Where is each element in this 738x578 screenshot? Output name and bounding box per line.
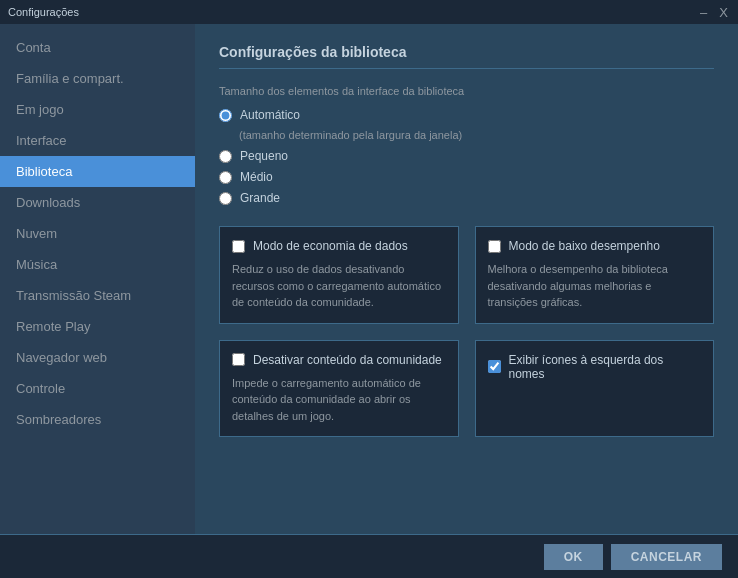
option-card-economia-dados: Modo de economia de dadosReduz o uso de … [219, 226, 459, 324]
option-header-desativar-comunidade: Desativar conteúdo da comunidade [232, 353, 446, 367]
radio-input-pequeno[interactable] [219, 150, 232, 163]
option-checkbox-exibir-icones[interactable] [488, 360, 501, 373]
minimize-button[interactable]: – [698, 6, 709, 19]
sidebar-item-downloads[interactable]: Downloads [0, 187, 195, 218]
section-title: Configurações da biblioteca [219, 44, 714, 69]
option-title-exibir-icones: Exibir ícones à esquerda dos nomes [509, 353, 702, 381]
radio-label-medio: Médio [240, 169, 273, 186]
sidebar-item-transmissao[interactable]: Transmissão Steam [0, 280, 195, 311]
sidebar-item-musica[interactable]: Música [0, 249, 195, 280]
sidebar-item-interface[interactable]: Interface [0, 125, 195, 156]
option-title-desativar-comunidade: Desativar conteúdo da comunidade [253, 353, 442, 367]
option-header-exibir-icones: Exibir ícones à esquerda dos nomes [488, 353, 702, 381]
sidebar-item-remote-play[interactable]: Remote Play [0, 311, 195, 342]
radio-row-grande: Grande [219, 190, 714, 207]
sidebar: ContaFamília e compart.Em jogoInterfaceB… [0, 24, 195, 534]
option-title-baixo-desempenho: Modo de baixo desempenho [509, 239, 660, 253]
option-checkbox-economia-dados[interactable] [232, 240, 245, 253]
option-title-economia-dados: Modo de economia de dados [253, 239, 408, 253]
options-grid: Modo de economia de dadosReduz o uso de … [219, 226, 714, 437]
option-card-baixo-desempenho: Modo de baixo desempenhoMelhora o desemp… [475, 226, 715, 324]
sidebar-item-sombreadores[interactable]: Sombreadores [0, 404, 195, 435]
radio-option-medio: Médio [219, 169, 714, 186]
title-bar-controls: – X [698, 6, 730, 19]
sidebar-item-familia[interactable]: Família e compart. [0, 63, 195, 94]
radio-input-medio[interactable] [219, 171, 232, 184]
radio-row-automatico: Automático [219, 107, 714, 124]
radio-input-grande[interactable] [219, 192, 232, 205]
title-bar: Configurações – X [0, 0, 738, 24]
close-button[interactable]: X [717, 6, 730, 19]
cancel-button[interactable]: CANCELAR [611, 544, 722, 570]
sidebar-item-biblioteca[interactable]: Biblioteca [0, 156, 195, 187]
main-panel: Configurações da biblioteca Tamanho dos … [195, 24, 738, 534]
option-checkbox-desativar-comunidade[interactable] [232, 353, 245, 366]
radio-label-grande: Grande [240, 190, 280, 207]
sidebar-item-controle[interactable]: Controle [0, 373, 195, 404]
option-header-baixo-desempenho: Modo de baixo desempenho [488, 239, 702, 253]
window-title: Configurações [8, 6, 79, 18]
radio-row-medio: Médio [219, 169, 714, 186]
option-desc-baixo-desempenho: Melhora o desempenho da biblioteca desat… [488, 261, 702, 311]
size-radio-group: Automático(tamanho determinado pela larg… [219, 107, 714, 206]
option-desc-desativar-comunidade: Impede o carregamento automático de cont… [232, 375, 446, 425]
option-card-exibir-icones: Exibir ícones à esquerda dos nomes [475, 340, 715, 438]
size-label: Tamanho dos elementos da interface da bi… [219, 85, 714, 97]
radio-label-automatico: Automático [240, 107, 300, 124]
bottom-bar: OK CANCELAR [0, 534, 738, 578]
sidebar-item-em-jogo[interactable]: Em jogo [0, 94, 195, 125]
option-checkbox-baixo-desempenho[interactable] [488, 240, 501, 253]
content-area: ContaFamília e compart.Em jogoInterfaceB… [0, 24, 738, 534]
radio-row-pequeno: Pequeno [219, 148, 714, 165]
sidebar-item-conta[interactable]: Conta [0, 32, 195, 63]
option-desc-economia-dados: Reduz o uso de dados desativando recurso… [232, 261, 446, 311]
radio-label-pequeno: Pequeno [240, 148, 288, 165]
option-card-desativar-comunidade: Desativar conteúdo da comunidadeImpede o… [219, 340, 459, 438]
radio-option-grande: Grande [219, 190, 714, 207]
radio-input-automatico[interactable] [219, 109, 232, 122]
radio-sublabel-automatico: (tamanho determinado pela largura da jan… [239, 128, 714, 142]
sidebar-item-navegador[interactable]: Navegador web [0, 342, 195, 373]
radio-option-automatico: Automático(tamanho determinado pela larg… [219, 107, 714, 142]
window: Configurações – X ContaFamília e compart… [0, 0, 738, 578]
ok-button[interactable]: OK [544, 544, 603, 570]
radio-option-pequeno: Pequeno [219, 148, 714, 165]
option-header-economia-dados: Modo de economia de dados [232, 239, 446, 253]
sidebar-item-nuvem[interactable]: Nuvem [0, 218, 195, 249]
